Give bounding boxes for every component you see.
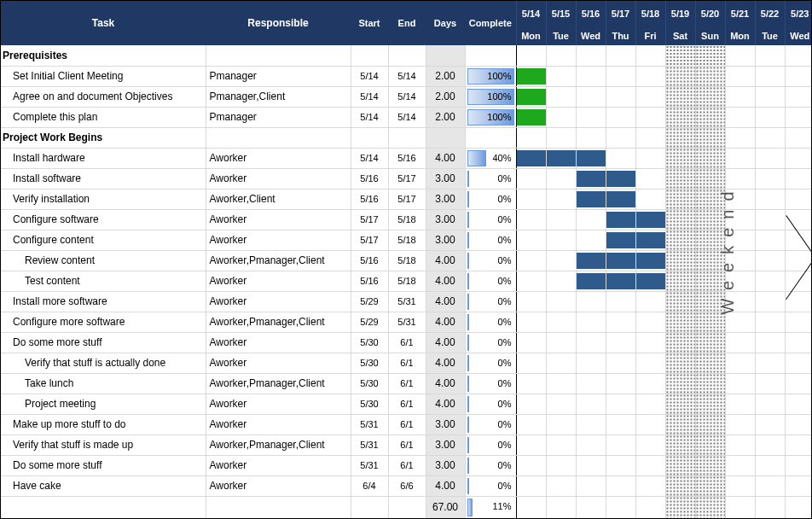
day-cell[interactable]: [725, 332, 755, 353]
day-cell[interactable]: [785, 66, 812, 86]
day-cell[interactable]: [576, 271, 606, 291]
task-row[interactable]: Take lunchAworker,Pmanager,Client5/306/1…: [1, 373, 812, 394]
day-cell[interactable]: [546, 353, 576, 373]
days-cell[interactable]: [426, 45, 465, 66]
day-cell[interactable]: [546, 107, 576, 127]
resp-cell[interactable]: Pmanager,Client: [206, 86, 351, 107]
start-cell[interactable]: 5/30: [351, 373, 388, 394]
start-cell[interactable]: 6/4: [351, 475, 388, 496]
complete-cell[interactable]: 0%: [465, 332, 516, 353]
start-cell[interactable]: 5/17: [351, 209, 388, 230]
day-cell[interactable]: [755, 475, 785, 496]
day-cell[interactable]: [665, 475, 695, 496]
day-cell[interactable]: [635, 332, 665, 353]
day-cell[interactable]: [606, 394, 635, 414]
group-row[interactable]: Project Work Begins: [1, 127, 812, 148]
end-cell[interactable]: 5/17: [388, 189, 426, 209]
start-cell[interactable]: 5/17: [351, 230, 388, 250]
day-cell[interactable]: [606, 189, 635, 209]
task-row[interactable]: Review contentAworker,Pmanager,Client5/1…: [1, 250, 812, 271]
day-cell[interactable]: [546, 455, 576, 475]
end-cell[interactable]: 6/1: [388, 353, 426, 373]
day-cell[interactable]: [665, 168, 695, 189]
day-cell[interactable]: [665, 434, 695, 455]
day-cell[interactable]: [755, 455, 785, 475]
resp-cell[interactable]: Aworker: [206, 230, 351, 250]
day-cell[interactable]: [516, 189, 546, 209]
task-row[interactable]: Complete this planPmanager5/145/142.0010…: [1, 107, 812, 127]
day-cell[interactable]: [725, 189, 755, 209]
task-cell[interactable]: Project Work Begins: [1, 127, 206, 148]
resp-cell[interactable]: Aworker: [206, 168, 351, 189]
resp-cell[interactable]: Aworker: [206, 148, 351, 168]
day-cell[interactable]: [606, 496, 635, 518]
day-cell[interactable]: [546, 475, 576, 496]
day-cell[interactable]: [635, 394, 665, 414]
end-cell[interactable]: 5/18: [388, 271, 426, 291]
task-cell[interactable]: Install hardware: [1, 148, 206, 168]
end-cell[interactable]: 6/1: [388, 332, 426, 353]
day-cell[interactable]: [576, 189, 606, 209]
day-cell[interactable]: [576, 86, 606, 107]
day-cell[interactable]: [635, 107, 665, 127]
day-cell[interactable]: [516, 271, 546, 291]
day-cell[interactable]: [606, 353, 635, 373]
start-cell[interactable]: 5/31: [351, 455, 388, 475]
day-cell[interactable]: [635, 250, 665, 271]
day-cell[interactable]: [755, 271, 785, 291]
day-cell[interactable]: [546, 168, 576, 189]
day-cell[interactable]: [695, 475, 725, 496]
day-cell[interactable]: [725, 455, 755, 475]
complete-cell[interactable]: 40%: [465, 148, 516, 168]
complete-cell[interactable]: 100%: [465, 66, 516, 86]
col-complete[interactable]: Complete: [465, 1, 516, 45]
task-row[interactable]: Install more softwareAworker5/295/314.00…: [1, 291, 812, 312]
day-cell[interactable]: [576, 209, 606, 230]
day-cell[interactable]: [576, 148, 606, 168]
day-cell[interactable]: [665, 148, 695, 168]
days-cell[interactable]: 3.00: [426, 434, 465, 455]
days-cell[interactable]: 4.00: [426, 291, 465, 312]
day-cell[interactable]: [606, 434, 635, 455]
day-cell[interactable]: [516, 127, 546, 148]
day-cell[interactable]: [755, 66, 785, 86]
day-cell[interactable]: [546, 414, 576, 434]
start-cell[interactable]: 5/16: [351, 250, 388, 271]
day-cell[interactable]: [665, 271, 695, 291]
day-cell[interactable]: [665, 291, 695, 312]
task-row[interactable]: Install hardwareAworker5/145/164.0040%: [1, 148, 812, 168]
end-cell[interactable]: 5/14: [388, 107, 426, 127]
day-cell[interactable]: [665, 250, 695, 271]
resp-cell[interactable]: Aworker,Pmanager,Client: [206, 250, 351, 271]
task-row[interactable]: Configure softwareAworker5/175/183.000%: [1, 209, 812, 230]
days-cell[interactable]: 3.00: [426, 189, 465, 209]
day-cell[interactable]: [546, 86, 576, 107]
end-cell[interactable]: 5/16: [388, 148, 426, 168]
day-cell[interactable]: [635, 496, 665, 518]
day-cell[interactable]: [725, 271, 755, 291]
task-row[interactable]: Test contentAworker5/165/184.000%: [1, 271, 812, 291]
days-cell[interactable]: 3.00: [426, 230, 465, 250]
start-cell[interactable]: 5/14: [351, 66, 388, 86]
day-cell[interactable]: [755, 250, 785, 271]
day-cell[interactable]: [606, 414, 635, 434]
day-cell[interactable]: [695, 353, 725, 373]
day-cell[interactable]: [755, 434, 785, 455]
day-cell[interactable]: [665, 394, 695, 414]
complete-cell[interactable]: 0%: [465, 353, 516, 373]
complete-cell[interactable]: 0%: [465, 434, 516, 455]
day-cell[interactable]: [635, 66, 665, 86]
day-cell[interactable]: [546, 332, 576, 353]
day-cell[interactable]: [695, 414, 725, 434]
complete-cell[interactable]: 0%: [465, 373, 516, 394]
task-row[interactable]: Configure more softwareAworker,Pmanager,…: [1, 312, 812, 332]
day-cell[interactable]: [665, 209, 695, 230]
day-cell[interactable]: [516, 332, 546, 353]
days-cell[interactable]: 3.00: [426, 168, 465, 189]
col-date-8[interactable]: 5/22: [755, 1, 785, 26]
task-row[interactable]: Configure contentAworker5/175/183.000%: [1, 230, 812, 250]
day-cell[interactable]: [516, 373, 546, 394]
day-cell[interactable]: [665, 312, 695, 332]
day-cell[interactable]: [606, 168, 635, 189]
day-cell[interactable]: [576, 373, 606, 394]
